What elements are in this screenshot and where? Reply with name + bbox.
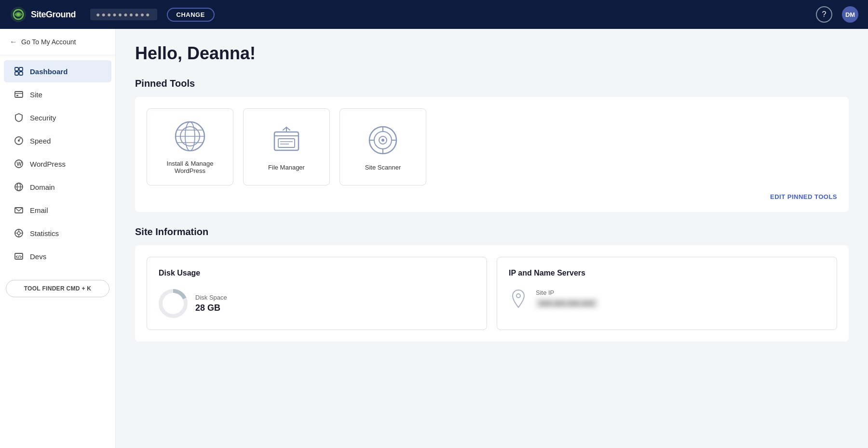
back-arrow-icon: ←	[10, 38, 17, 46]
disk-usage-row: Disk Space 28 GB	[159, 289, 475, 318]
svg-rect-9	[16, 95, 18, 96]
svg-point-48	[516, 294, 520, 298]
tool-card-file-manager[interactable]: File Manager	[243, 108, 330, 185]
disk-usage-chart	[159, 289, 188, 318]
file-manager-tool-label: File Manager	[268, 164, 305, 171]
statistics-icon	[14, 228, 24, 238]
site-info-grid: Disk Usage Disk Space 28 GB IP	[147, 257, 837, 330]
site-scanner-tool-label: Site Scanner	[365, 164, 401, 171]
wordpress-tool-icon	[173, 119, 207, 153]
tool-card-wordpress[interactable]: Install & Manage WordPress	[147, 108, 233, 185]
svg-rect-5	[15, 72, 18, 75]
sidebar-item-domain-label: Domain	[30, 183, 55, 191]
location-icon	[509, 289, 528, 308]
svg-point-20	[17, 232, 20, 235]
svg-rect-34	[278, 139, 295, 147]
sidebar-item-wordpress[interactable]: W WordPress	[4, 153, 111, 175]
sidebar-item-speed[interactable]: Speed	[4, 130, 111, 152]
site-icon	[14, 89, 24, 100]
svg-line-26	[18, 255, 19, 258]
sidebar-item-speed-label: Speed	[30, 137, 51, 145]
ip-servers-title: IP and Name Servers	[509, 269, 825, 277]
file-manager-tool-icon	[270, 123, 303, 157]
sidebar-item-devs[interactable]: Devs	[4, 245, 111, 267]
disk-space-value: 28 GB	[195, 303, 227, 313]
sidebar: ← Go To My Account Dashboard	[0, 29, 116, 448]
sidebar-item-email-label: Email	[30, 206, 48, 214]
disk-space-label: Disk Space	[195, 294, 227, 301]
sidebar-item-statistics[interactable]: Statistics	[4, 222, 111, 244]
siteground-logo-icon	[10, 6, 27, 23]
logo-text: SiteGround	[31, 10, 76, 20]
site-ip-label: Site IP	[536, 289, 598, 296]
ip-servers-card: IP and Name Servers Site IP 000.000.000.…	[497, 257, 837, 330]
svg-rect-7	[15, 92, 23, 97]
header: SiteGround ●●●●●●●●●● CHANGE ? DM	[0, 0, 868, 29]
sidebar-item-site[interactable]: Site	[4, 83, 111, 105]
svg-point-41	[381, 139, 384, 142]
svg-rect-3	[15, 67, 18, 71]
domain-icon	[14, 182, 24, 192]
tool-card-site-scanner[interactable]: Site Scanner	[339, 108, 426, 185]
page-greeting: Hello, Deanna!	[135, 43, 849, 64]
user-avatar[interactable]: DM	[842, 6, 858, 23]
site-information-card: Disk Usage Disk Space 28 GB IP	[135, 245, 849, 342]
wordpress-tool-label: Install & Manage WordPress	[155, 160, 225, 174]
svg-point-11	[18, 140, 20, 142]
sidebar-nav: Dashboard Site Securit	[0, 55, 115, 272]
site-information-title: Site Information	[135, 226, 849, 237]
sidebar-item-wordpress-label: WordPress	[30, 160, 66, 168]
disk-usage-title: Disk Usage	[159, 269, 475, 277]
sidebar-item-devs-label: Devs	[30, 252, 46, 261]
main-layout: ← Go To My Account Dashboard	[0, 29, 868, 448]
svg-line-12	[19, 138, 21, 140]
wordpress-icon: W	[14, 158, 24, 169]
edit-pinned-tools-link[interactable]: EDIT PINNED TOOLS	[147, 193, 837, 200]
svg-text:W: W	[17, 161, 22, 167]
svg-point-2	[17, 13, 20, 16]
logo: SiteGround	[10, 6, 76, 23]
svg-rect-6	[19, 72, 23, 75]
svg-rect-4	[19, 67, 23, 71]
sidebar-item-dashboard[interactable]: Dashboard	[4, 60, 111, 82]
sidebar-item-security-label: Security	[30, 114, 56, 122]
pinned-tools-title: Pinned Tools	[135, 78, 849, 89]
go-to-my-account-link[interactable]: ← Go To My Account	[0, 29, 115, 55]
sidebar-item-security[interactable]: Security	[4, 106, 111, 129]
sidebar-item-dashboard-label: Dashboard	[30, 67, 68, 76]
disk-usage-card: Disk Usage Disk Space 28 GB	[147, 257, 487, 330]
pinned-tools-card: Install & Manage WordPress	[135, 97, 849, 212]
site-ip-value: 000.000.000.000	[536, 298, 598, 308]
dashboard-icon	[14, 66, 24, 77]
sidebar-item-email[interactable]: Email	[4, 199, 111, 221]
pinned-tools-grid: Install & Manage WordPress	[147, 108, 837, 185]
site-name-display: ●●●●●●●●●●	[90, 9, 157, 20]
security-icon	[14, 112, 24, 123]
devs-icon	[14, 251, 24, 262]
help-button[interactable]: ?	[816, 6, 832, 23]
tool-finder-button[interactable]: TOOL FINDER CMD + K	[6, 280, 109, 297]
change-button[interactable]: CHANGE	[167, 8, 215, 22]
main-content: Hello, Deanna! Pinned Tools	[116, 29, 868, 448]
sidebar-item-domain[interactable]: Domain	[4, 176, 111, 198]
ip-servers-row: Site IP 000.000.000.000	[509, 289, 825, 308]
speed-icon	[14, 135, 24, 146]
sidebar-item-site-label: Site	[30, 91, 42, 99]
sidebar-item-statistics-label: Statistics	[30, 229, 59, 237]
email-icon	[14, 205, 24, 215]
site-scanner-tool-icon	[366, 123, 400, 157]
